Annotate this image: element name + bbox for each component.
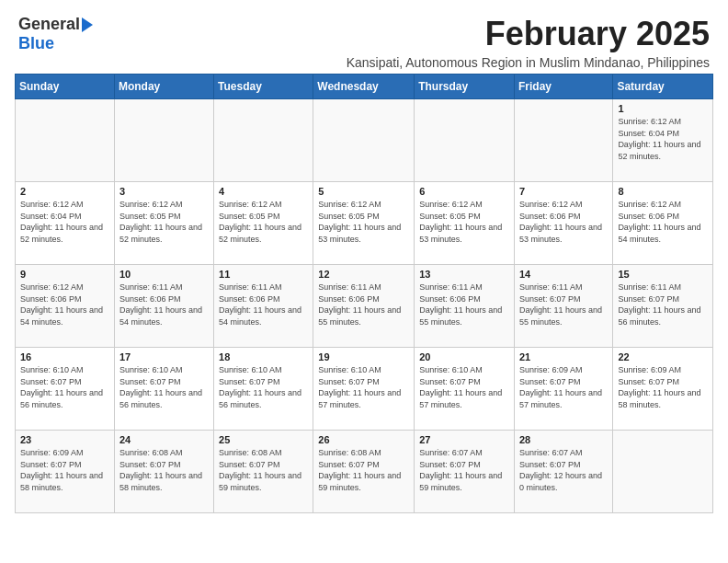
day-info: Sunrise: 6:10 AM Sunset: 6:07 PM Dayligh… [20, 364, 109, 410]
calendar-cell: 13Sunrise: 6:11 AM Sunset: 6:06 PM Dayli… [415, 265, 515, 348]
logo: General Blue [18, 15, 93, 53]
day-info: Sunrise: 6:11 AM Sunset: 6:06 PM Dayligh… [119, 282, 209, 327]
day-info: Sunrise: 6:11 AM Sunset: 6:07 PM Dayligh… [519, 282, 608, 327]
day-number: 24 [119, 434, 209, 445]
day-info: Sunrise: 6:12 AM Sunset: 6:05 PM Dayligh… [219, 199, 308, 245]
calendar-cell: 28Sunrise: 6:07 AM Sunset: 6:07 PM Dayli… [514, 431, 612, 513]
calendar-cell: 10Sunrise: 6:11 AM Sunset: 6:06 PM Dayli… [114, 265, 213, 348]
calendar-cell: 9Sunrise: 6:12 AM Sunset: 6:06 PM Daylig… [16, 265, 115, 348]
col-monday: Monday [114, 75, 213, 99]
day-info: Sunrise: 6:08 AM Sunset: 6:07 PM Dayligh… [318, 447, 409, 493]
day-info: Sunrise: 6:09 AM Sunset: 6:07 PM Dayligh… [20, 447, 109, 493]
calendar-cell: 3Sunrise: 6:12 AM Sunset: 6:05 PM Daylig… [114, 182, 213, 265]
day-number: 3 [119, 186, 209, 197]
day-number: 25 [219, 434, 308, 445]
calendar-cell [313, 99, 415, 182]
day-info: Sunrise: 6:12 AM Sunset: 6:05 PM Dayligh… [419, 199, 509, 245]
day-number: 7 [519, 186, 608, 197]
page-header: General Blue February 2025 Kansipati, Au… [0, 0, 728, 74]
calendar-cell [114, 99, 213, 182]
day-number: 11 [219, 269, 308, 280]
col-wednesday: Wednesday [313, 75, 415, 99]
calendar-cell: 8Sunrise: 6:12 AM Sunset: 6:06 PM Daylig… [613, 182, 713, 265]
calendar-cell [214, 99, 313, 182]
day-number: 26 [318, 434, 409, 445]
day-info: Sunrise: 6:10 AM Sunset: 6:07 PM Dayligh… [219, 364, 308, 410]
calendar-cell: 26Sunrise: 6:08 AM Sunset: 6:07 PM Dayli… [313, 431, 415, 513]
day-number: 1 [618, 103, 708, 114]
calendar-cell: 17Sunrise: 6:10 AM Sunset: 6:07 PM Dayli… [114, 348, 213, 431]
day-info: Sunrise: 6:10 AM Sunset: 6:07 PM Dayligh… [318, 364, 409, 410]
calendar-cell: 24Sunrise: 6:08 AM Sunset: 6:07 PM Dayli… [114, 431, 213, 513]
calendar-cell: 19Sunrise: 6:10 AM Sunset: 6:07 PM Dayli… [313, 348, 415, 431]
day-number: 18 [219, 351, 308, 362]
title-section: February 2025 Kansipati, Autonomous Regi… [93, 15, 710, 70]
day-number: 20 [419, 351, 509, 362]
calendar-cell: 23Sunrise: 6:09 AM Sunset: 6:07 PM Dayli… [16, 431, 115, 513]
calendar-week-row: 1Sunrise: 6:12 AM Sunset: 6:04 PM Daylig… [16, 99, 713, 182]
day-number: 14 [519, 269, 608, 280]
day-number: 12 [318, 269, 409, 280]
calendar-container: Sunday Monday Tuesday Wednesday Thursday… [0, 74, 728, 528]
day-info: Sunrise: 6:12 AM Sunset: 6:04 PM Dayligh… [618, 116, 708, 162]
calendar-cell: 1Sunrise: 6:12 AM Sunset: 6:04 PM Daylig… [613, 99, 713, 182]
day-number: 5 [318, 186, 409, 197]
calendar-cell: 18Sunrise: 6:10 AM Sunset: 6:07 PM Dayli… [214, 348, 313, 431]
day-info: Sunrise: 6:12 AM Sunset: 6:06 PM Dayligh… [20, 282, 109, 327]
calendar-header-row: Sunday Monday Tuesday Wednesday Thursday… [16, 75, 713, 99]
day-number: 19 [318, 351, 409, 362]
calendar-week-row: 2Sunrise: 6:12 AM Sunset: 6:04 PM Daylig… [16, 182, 713, 265]
logo-general-text: General [18, 15, 80, 34]
calendar-cell: 21Sunrise: 6:09 AM Sunset: 6:07 PM Dayli… [514, 348, 612, 431]
col-sunday: Sunday [16, 75, 115, 99]
day-info: Sunrise: 6:09 AM Sunset: 6:07 PM Dayligh… [519, 364, 608, 410]
calendar-cell [613, 431, 713, 513]
calendar-cell: 11Sunrise: 6:11 AM Sunset: 6:06 PM Dayli… [214, 265, 313, 348]
day-number: 6 [419, 186, 509, 197]
calendar-cell: 22Sunrise: 6:09 AM Sunset: 6:07 PM Dayli… [613, 348, 713, 431]
day-number: 2 [20, 186, 109, 197]
calendar-cell: 20Sunrise: 6:10 AM Sunset: 6:07 PM Dayli… [415, 348, 515, 431]
day-info: Sunrise: 6:11 AM Sunset: 6:07 PM Dayligh… [618, 282, 708, 327]
day-info: Sunrise: 6:12 AM Sunset: 6:06 PM Dayligh… [618, 199, 708, 245]
day-info: Sunrise: 6:08 AM Sunset: 6:07 PM Dayligh… [219, 447, 308, 493]
col-saturday: Saturday [613, 75, 713, 99]
calendar-cell: 5Sunrise: 6:12 AM Sunset: 6:05 PM Daylig… [313, 182, 415, 265]
calendar-cell [514, 99, 612, 182]
calendar-week-row: 23Sunrise: 6:09 AM Sunset: 6:07 PM Dayli… [16, 431, 713, 513]
col-friday: Friday [514, 75, 612, 99]
col-thursday: Thursday [415, 75, 515, 99]
day-info: Sunrise: 6:11 AM Sunset: 6:06 PM Dayligh… [219, 282, 308, 327]
day-number: 8 [618, 186, 708, 197]
day-info: Sunrise: 6:12 AM Sunset: 6:05 PM Dayligh… [119, 199, 209, 245]
calendar-cell: 15Sunrise: 6:11 AM Sunset: 6:07 PM Dayli… [613, 265, 713, 348]
day-info: Sunrise: 6:11 AM Sunset: 6:06 PM Dayligh… [318, 282, 409, 327]
calendar-week-row: 16Sunrise: 6:10 AM Sunset: 6:07 PM Dayli… [16, 348, 713, 431]
day-number: 28 [519, 434, 608, 445]
day-number: 9 [20, 269, 109, 280]
day-info: Sunrise: 6:07 AM Sunset: 6:07 PM Dayligh… [519, 447, 608, 493]
day-info: Sunrise: 6:10 AM Sunset: 6:07 PM Dayligh… [419, 364, 509, 410]
day-number: 15 [618, 269, 708, 280]
calendar-cell: 16Sunrise: 6:10 AM Sunset: 6:07 PM Dayli… [16, 348, 115, 431]
logo-arrow-icon [82, 17, 93, 32]
day-number: 23 [20, 434, 109, 445]
calendar-cell: 14Sunrise: 6:11 AM Sunset: 6:07 PM Dayli… [514, 265, 612, 348]
day-number: 17 [119, 351, 209, 362]
day-info: Sunrise: 6:09 AM Sunset: 6:07 PM Dayligh… [618, 364, 708, 410]
day-number: 21 [519, 351, 608, 362]
calendar-cell: 4Sunrise: 6:12 AM Sunset: 6:05 PM Daylig… [214, 182, 313, 265]
day-number: 16 [20, 351, 109, 362]
subtitle: Kansipati, Autonomous Region in Muslim M… [93, 55, 710, 70]
day-number: 4 [219, 186, 308, 197]
day-info: Sunrise: 6:08 AM Sunset: 6:07 PM Dayligh… [119, 447, 209, 493]
calendar-cell: 12Sunrise: 6:11 AM Sunset: 6:06 PM Dayli… [313, 265, 415, 348]
calendar-cell: 6Sunrise: 6:12 AM Sunset: 6:05 PM Daylig… [415, 182, 515, 265]
day-number: 27 [419, 434, 509, 445]
col-tuesday: Tuesday [214, 75, 313, 99]
day-number: 22 [618, 351, 708, 362]
day-number: 13 [419, 269, 509, 280]
calendar-table: Sunday Monday Tuesday Wednesday Thursday… [15, 74, 713, 513]
calendar-cell: 25Sunrise: 6:08 AM Sunset: 6:07 PM Dayli… [214, 431, 313, 513]
day-info: Sunrise: 6:12 AM Sunset: 6:05 PM Dayligh… [318, 199, 409, 245]
